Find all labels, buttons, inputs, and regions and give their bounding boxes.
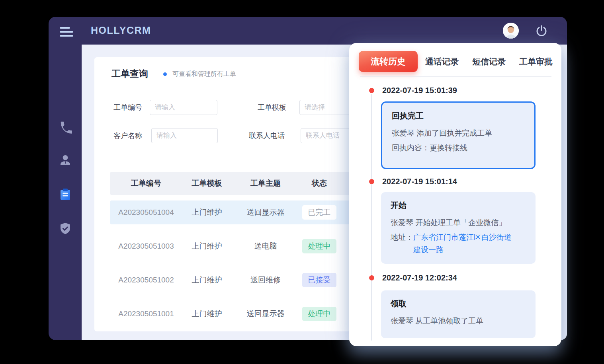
avatar[interactable]: [503, 23, 519, 39]
timeline-card-receipt-complete[interactable]: 回执完工 张爱琴 添加了回执并完成工单 回执内容：更换转接线: [381, 101, 536, 169]
timeline-card-line: 回执内容：更换转接线: [392, 140, 525, 155]
screenshot-stage: HOLLYCRM: [0, 0, 604, 364]
cell-subject: 送电脑: [232, 241, 299, 251]
address-label: 地址：: [391, 231, 413, 256]
subtitle-dot: [163, 72, 167, 76]
cell-template: 上门维护: [182, 275, 232, 285]
phone-icon: [58, 120, 72, 134]
address-link[interactable]: 广东省江门市蓬江区白沙街道建设一路: [413, 231, 514, 256]
cell-order-id: A202305051003: [110, 242, 182, 251]
timeline-timestamp: 2022-07-19 15:01:14: [382, 177, 457, 186]
avatar-image: [503, 23, 519, 39]
tab-sms-records[interactable]: 短信记录: [472, 56, 506, 67]
filter-label-template: 工单模板: [258, 100, 286, 115]
col-header-status: 状态: [299, 178, 339, 189]
timeline-card-title: 开始: [391, 200, 526, 211]
status-badge: 已完工: [302, 205, 336, 220]
sidebar-item-contacts[interactable]: [58, 153, 72, 167]
cell-subject: 送回显示器: [232, 207, 299, 218]
filter-label-order-id: 工单编号: [113, 100, 142, 115]
sidebar-item-security[interactable]: [58, 222, 72, 236]
app-logo: HOLLYCRM: [91, 25, 151, 36]
sidebar-item-work-orders[interactable]: [58, 187, 72, 202]
status-badge: 处理中: [302, 239, 336, 253]
menu-icon[interactable]: [60, 27, 74, 39]
tab-order-approval[interactable]: 工单审批: [519, 56, 553, 67]
col-header-template: 工单模板: [182, 178, 232, 189]
timeline-card-title: 领取: [391, 298, 526, 309]
cell-subject: 送回显示器: [232, 309, 299, 319]
shield-check-icon: [58, 222, 72, 236]
status-badge: 处理中: [302, 307, 336, 321]
timeline-line: [371, 94, 372, 341]
cell-order-id: A202305051002: [110, 276, 182, 284]
page-title: 工单查询: [111, 68, 148, 80]
status-badge: 已接受: [302, 273, 336, 287]
customer-name-input[interactable]: [151, 128, 218, 143]
person-icon: [58, 153, 72, 167]
power-icon[interactable]: [535, 24, 548, 37]
page-subtitle: 可查看和管理所有工单: [172, 70, 236, 78]
timeline-card-line: 张爱琴 从工单池领取了工单: [391, 313, 526, 328]
tab-circulation-history[interactable]: 流转历史: [359, 51, 418, 72]
timeline-dot: [369, 275, 374, 280]
cell-template: 上门维护: [182, 241, 232, 251]
tab-call-records[interactable]: 通话记录: [425, 56, 459, 67]
history-panel: 流转历史 通话记录 短信记录 工单审批 2022-07-19 15:01:39 …: [349, 43, 561, 346]
timeline-card-line: 张爱琴 添加了回执并完成工单: [392, 126, 525, 140]
timeline-card-start[interactable]: 开始 张爱琴 开始处理工单「企业微信」 地址： 广东省江门市蓬江区白沙街道建设一…: [381, 192, 536, 264]
timeline-card-claim[interactable]: 领取 张爱琴 从工单池领取了工单: [381, 290, 536, 338]
sidebar: [49, 45, 82, 340]
cell-order-id: A202305051001: [110, 309, 182, 318]
timeline-timestamp: 2022-07-19 15:01:39: [382, 86, 457, 95]
col-header-subject: 工单主题: [232, 178, 299, 189]
tabs-divider: [360, 76, 551, 77]
timeline-card-line: 张爱琴 开始处理工单「企业微信」: [391, 215, 526, 230]
cell-subject: 送回维修: [232, 275, 299, 285]
timeline-timestamp: 2022-07-19 12:02:34: [382, 273, 457, 282]
timeline-card-title: 回执完工: [392, 111, 525, 121]
panel-tabs: 流转历史 通话记录 短信记录 工单审批: [359, 51, 553, 72]
sidebar-item-calls[interactable]: [58, 120, 72, 134]
order-id-input[interactable]: [150, 100, 217, 115]
timeline-dot: [369, 179, 374, 184]
filter-label-customer: 客户名称: [113, 128, 142, 143]
timeline-card-address: 地址： 广东省江门市蓬江区白沙街道建设一路: [391, 231, 526, 256]
page-header: 工单查询 可查看和管理所有工单: [111, 68, 236, 80]
cell-order-id: A202305051004: [110, 208, 182, 217]
cell-template: 上门维护: [182, 309, 232, 319]
timeline-dot: [369, 88, 374, 93]
cell-template: 上门维护: [182, 207, 232, 218]
filter-label-contact-phone: 联系人电话: [249, 128, 285, 143]
clipboard-icon: [58, 187, 72, 202]
col-header-order-id: 工单编号: [110, 178, 182, 189]
